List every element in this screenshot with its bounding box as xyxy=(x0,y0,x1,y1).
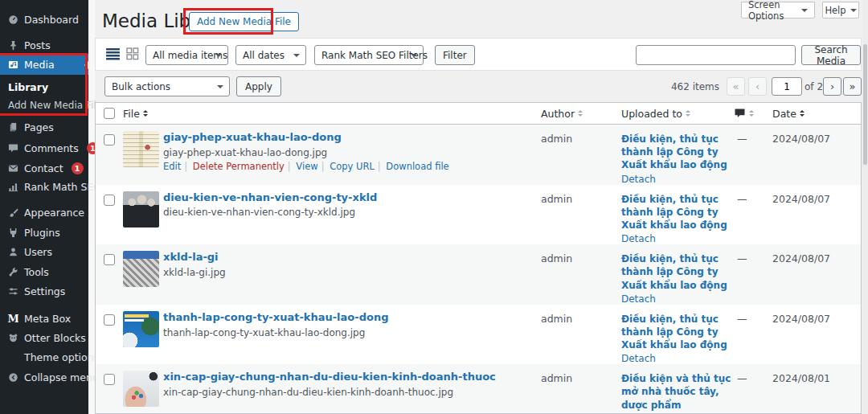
sidebar-item-collapse-menu[interactable]: Collapse menu xyxy=(0,367,88,387)
uploaded-to-link[interactable]: Điều kiện, thủ tục thành lập Công ty Xuấ… xyxy=(621,313,734,352)
comments-cell: — xyxy=(734,125,772,145)
media-list-table: File Author Uploaded to Date xyxy=(95,102,862,414)
row-checkbox[interactable] xyxy=(104,134,115,146)
browser-scrollbar[interactable] xyxy=(862,0,868,414)
scrollbar-thumb[interactable] xyxy=(863,44,867,165)
sidebar-item-settings[interactable]: Settings xyxy=(0,281,88,301)
download-file-link[interactable]: Download file xyxy=(375,161,449,172)
media-thumbnail[interactable] xyxy=(123,371,159,407)
sidebar-label: Collapse menu xyxy=(24,371,99,383)
author-cell[interactable]: admin xyxy=(541,185,621,205)
media-thumbnail[interactable] xyxy=(123,131,159,167)
sidebar-item-meta-box[interactable]: M Meta Box xyxy=(0,309,88,328)
uploaded-to-link[interactable]: Điều kiện, thủ tục thành lập Công ty Xuấ… xyxy=(621,133,734,172)
view-link[interactable]: View xyxy=(285,161,318,172)
author-cell[interactable]: admin xyxy=(541,244,621,264)
pagination-first-button[interactable]: « xyxy=(727,77,745,96)
media-title-link[interactable]: dieu-kien-ve-nhan-vien-cong-ty-xkld xyxy=(163,191,533,205)
pagination-prev-button[interactable]: ‹ xyxy=(748,77,767,96)
sidebar-label: Plugins xyxy=(24,227,60,239)
row-checkbox[interactable] xyxy=(104,314,115,326)
media-thumbnail[interactable] xyxy=(123,251,159,287)
date-cell: 2024/08/01 xyxy=(772,364,861,384)
column-label: File xyxy=(123,108,140,120)
grid-view-icon[interactable] xyxy=(126,47,139,64)
sidebar-label: Add New Media File xyxy=(8,100,102,111)
detach-link[interactable]: Detach xyxy=(621,174,734,185)
list-view-icon[interactable] xyxy=(106,47,120,64)
sort-arrows-icon xyxy=(686,110,690,117)
sidebar-item-contact[interactable]: Contact 1 xyxy=(0,158,88,178)
row-actions: EditDelete PermanentlyViewCopy URLDownlo… xyxy=(163,161,533,172)
help-label: Help xyxy=(825,5,845,16)
sidebar-item-library[interactable]: Library xyxy=(0,77,88,96)
author-cell[interactable]: admin xyxy=(541,364,621,384)
select-all-checkbox[interactable] xyxy=(104,108,115,119)
detach-link[interactable]: Detach xyxy=(621,353,734,364)
row-checkbox[interactable] xyxy=(104,195,115,206)
sidebar-item-posts[interactable]: Posts xyxy=(0,35,88,55)
media-title-link[interactable]: xin-cap-giay-chung-nhan-du-dieu-kien-kin… xyxy=(163,371,533,384)
media-type-filter-select[interactable]: All media items xyxy=(145,45,228,65)
media-title-link[interactable]: xkld-la-gi xyxy=(163,251,533,264)
column-header-uploaded-to[interactable]: Uploaded to xyxy=(621,108,734,120)
media-thumbnail[interactable] xyxy=(123,311,159,347)
media-thumbnail[interactable] xyxy=(123,191,159,227)
sidebar-item-comments[interactable]: Comments 1 xyxy=(0,138,88,158)
add-new-media-file-button[interactable]: Add New Media File xyxy=(189,12,299,31)
seo-filter-select[interactable]: Rank Math SEO Filters xyxy=(314,45,424,65)
date-filter-select[interactable]: All dates xyxy=(235,45,306,65)
sidebar-item-tools[interactable]: Tools xyxy=(0,262,88,281)
sidebar-item-plugins[interactable]: Plugins xyxy=(0,223,88,242)
screen-options-button[interactable]: Screen Options xyxy=(741,2,815,18)
edit-link[interactable]: Edit xyxy=(163,161,181,172)
table-row: giay-phep-xuat-khau-lao-dong giay-phep-x… xyxy=(96,125,861,185)
sidebar-item-add-new-media-file[interactable]: Add New Media File xyxy=(0,96,88,115)
uploaded-to-link[interactable]: Điều kiện, thủ tục thành lập Công ty Xuấ… xyxy=(621,193,734,232)
sidebar-item-otter-blocks[interactable]: Otter Blocks xyxy=(0,328,88,347)
search-media-button[interactable]: Search Media xyxy=(801,45,861,65)
column-header-date[interactable]: Date xyxy=(772,108,861,120)
sidebar-label: Media xyxy=(24,59,55,71)
uploaded-to-link[interactable]: Điều kiện và thủ tục mở nhà thuốc tây, d… xyxy=(621,372,734,412)
pagination-next-button[interactable]: › xyxy=(823,77,841,96)
pagination-last-button[interactable]: » xyxy=(843,77,862,96)
column-header-file[interactable]: File xyxy=(123,108,541,120)
sidebar-item-users[interactable]: Users xyxy=(0,242,88,261)
detach-link[interactable]: Detach xyxy=(621,293,734,305)
sidebar-item-rank-math-seo[interactable]: Rank Math SEO xyxy=(0,177,88,196)
sidebar-item-dashboard[interactable]: Dashboard xyxy=(0,10,88,29)
filter-button[interactable]: Filter xyxy=(435,45,475,65)
copy-url-link[interactable]: Copy URL xyxy=(318,161,375,172)
row-checkbox[interactable] xyxy=(104,254,115,265)
sidebar-item-media[interactable]: Media xyxy=(0,54,88,75)
sidebar-item-appearance[interactable]: Appearance xyxy=(0,203,88,222)
media-filename: xkld-la-gi.jpg xyxy=(163,267,533,278)
date-cell: 2024/08/07 xyxy=(772,244,861,264)
help-button[interactable]: Help xyxy=(822,2,859,18)
column-header-comments[interactable] xyxy=(734,108,772,119)
sidebar-item-theme-options[interactable]: Theme options xyxy=(0,347,88,367)
media-filename: thanh-lap-cong-ty-xuat-khau-lao-dong.jpg xyxy=(163,327,533,338)
delete-permanently-link[interactable]: Delete Permanently xyxy=(181,161,285,172)
current-page-input[interactable] xyxy=(772,77,802,96)
sort-arrows-icon xyxy=(143,110,148,117)
author-cell[interactable]: admin xyxy=(541,125,621,145)
sliders-icon xyxy=(7,285,18,297)
row-checkbox[interactable] xyxy=(104,374,115,385)
search-input[interactable] xyxy=(636,45,796,65)
apply-button[interactable]: Apply xyxy=(236,76,281,96)
pushpin-icon xyxy=(7,39,18,51)
media-title-link[interactable]: giay-phep-xuat-khau-lao-dong xyxy=(163,131,533,145)
media-filename: dieu-kien-ve-nhan-vien-cong-ty-xkld.jpg xyxy=(163,207,533,218)
sidebar-item-pages[interactable]: Pages xyxy=(0,117,88,137)
author-cell[interactable]: admin xyxy=(541,305,621,325)
detach-link[interactable]: Detach xyxy=(621,233,734,244)
column-header-author[interactable]: Author xyxy=(541,108,621,120)
metabox-logo-icon: M xyxy=(7,313,18,324)
bulk-actions-select[interactable]: Bulk actions xyxy=(104,76,230,96)
sidebar-label: Rank Math SEO xyxy=(24,181,101,193)
uploaded-to-link[interactable]: Điều kiện, thủ tục thành lập Công ty Xuấ… xyxy=(621,252,734,292)
table-row: thanh-lap-cong-ty-xuat-khau-lao-dong tha… xyxy=(96,305,861,365)
media-title-link[interactable]: thanh-lap-cong-ty-xuat-khau-lao-dong xyxy=(163,311,533,325)
